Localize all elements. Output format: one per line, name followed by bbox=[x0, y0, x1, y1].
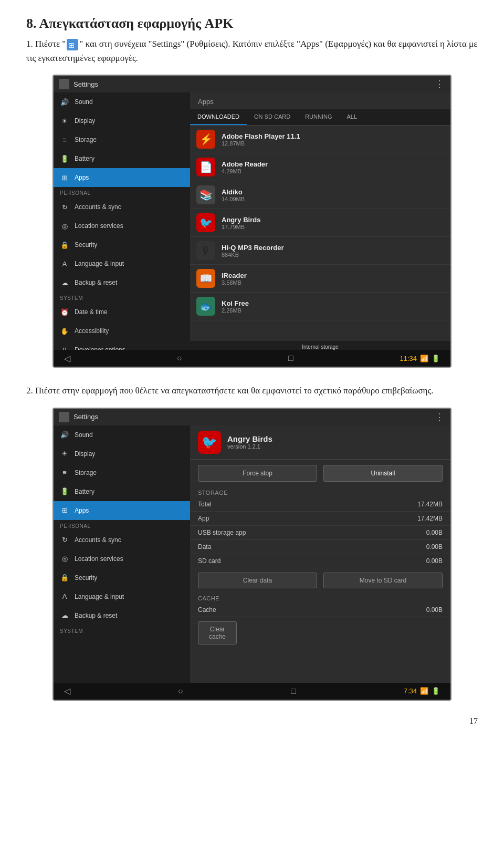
app-icon-ireader: 📖 bbox=[196, 269, 215, 288]
app-info-koi: Koi Free 2.26MB bbox=[222, 299, 444, 314]
app-list: ⚡ Adobe Flash Player 11.1 12.87MB 📄 Adob… bbox=[190, 126, 450, 341]
recent-btn1[interactable]: □ bbox=[288, 354, 293, 363]
sidebar2-accounts[interactable]: ↻ Accounts & sync bbox=[54, 531, 190, 549]
wifi-icon2: 📶 bbox=[420, 687, 428, 695]
sidebar-label-security: Security bbox=[75, 241, 97, 248]
sidebar2-display[interactable]: ☀ Display bbox=[54, 444, 190, 463]
display2-icon: ☀ bbox=[60, 449, 69, 459]
app-info-reader: Adobe Reader 4.29MB bbox=[222, 160, 444, 174]
storage-row-app: App 17.42MB bbox=[190, 512, 450, 526]
sidebar2-label-location: Location services bbox=[75, 555, 123, 563]
app-item-aldiko[interactable]: 📚 Aldiko 14.09MB bbox=[190, 181, 450, 209]
sidebar-item-display[interactable]: ☀ Display bbox=[54, 111, 190, 130]
storage-row-sdcard: SD card 0.00B bbox=[190, 554, 450, 568]
android-body1: 🔊 Sound ☀ Display ≡ Storage 🔋 Battery ⊞ … bbox=[54, 92, 450, 350]
sidebar-item-language[interactable]: A Language & input bbox=[54, 254, 190, 273]
sidebar-item-backup[interactable]: ☁ Backup & reset bbox=[54, 273, 190, 292]
settings-sidebar1: 🔊 Sound ☀ Display ≡ Storage 🔋 Battery ⊞ … bbox=[54, 92, 190, 350]
usb-label: USB storage app bbox=[198, 529, 246, 536]
back-btn1[interactable]: ◁ bbox=[64, 354, 70, 363]
cache-section-label: CACHE bbox=[190, 592, 450, 603]
content-panel1: Apps DOWNLOADED ON SD CARD RUNNING ALL ⚡… bbox=[190, 92, 450, 350]
settings-sidebar2: 🔊 Sound ☀ Display ≡ Storage 🔋 Battery ⊞ … bbox=[54, 425, 190, 683]
tabs-row1: DOWNLOADED ON SD CARD RUNNING ALL bbox=[190, 109, 450, 126]
recent-btn2[interactable]: □ bbox=[291, 687, 296, 696]
sidebar-label-storage: Storage bbox=[75, 136, 97, 143]
sidebar2-storage[interactable]: ≡ Storage bbox=[54, 463, 190, 482]
section-system1: SYSTEM bbox=[54, 292, 190, 303]
tab-all[interactable]: ALL bbox=[339, 109, 364, 125]
sidebar-item-security[interactable]: 🔒 Security bbox=[54, 235, 190, 254]
tab-running[interactable]: RUNNING bbox=[298, 109, 339, 125]
force-stop-btn[interactable]: Force stop bbox=[198, 465, 317, 482]
app-item-reader[interactable]: 📄 Adobe Reader 4.29MB bbox=[190, 153, 450, 181]
sidebar-label-battery: Battery bbox=[75, 155, 94, 162]
sidebar2-label-display: Display bbox=[75, 450, 95, 458]
app-info-angrybirds: Angry Birds 17.79MB bbox=[222, 216, 444, 230]
time1: 11:34 bbox=[400, 355, 417, 362]
home-btn1[interactable]: ○ bbox=[177, 354, 182, 363]
sidebar-item-datetime[interactable]: ⏰ Date & time bbox=[54, 303, 190, 321]
home-btn2[interactable]: ○ bbox=[178, 687, 183, 696]
clear-data-btn[interactable]: Clear data bbox=[198, 573, 317, 588]
storage-icon: ≡ bbox=[60, 135, 69, 144]
sidebar-label-developer: Developer options bbox=[75, 346, 125, 350]
storage-internal-label: Internal storage bbox=[196, 344, 444, 350]
sidebar2-label-apps: Apps bbox=[75, 507, 89, 514]
app-size-angrybirds: 17.79MB bbox=[222, 224, 444, 230]
section-personal1: PERSONAL bbox=[54, 187, 190, 197]
navbar1: ◁ ○ □ 11:34 📶 🔋 bbox=[54, 350, 450, 367]
app-name-hiq: Hi-Q MP3 Recorder bbox=[222, 244, 444, 252]
sidebar2-sound[interactable]: 🔊 Sound bbox=[54, 425, 190, 444]
location2-icon: ◎ bbox=[60, 554, 69, 564]
sidebar-item-accessibility[interactable]: ✋ Accessibility bbox=[54, 321, 190, 340]
uninstall-btn[interactable]: Uninstall bbox=[323, 465, 443, 482]
app-item-koi[interactable]: 🐟 Koi Free 2.26MB bbox=[190, 293, 450, 320]
titlebar2: Settings ⋮ bbox=[54, 409, 450, 425]
sidebar2-label-sound: Sound bbox=[75, 431, 93, 439]
sidebar2-language[interactable]: A Language & input bbox=[54, 587, 190, 606]
security-icon: 🔒 bbox=[60, 240, 69, 250]
sidebar-item-storage[interactable]: ≡ Storage bbox=[54, 130, 190, 149]
app-item-flash[interactable]: ⚡ Adobe Flash Player 11.1 12.87MB bbox=[190, 126, 450, 153]
sidebar2-security[interactable]: 🔒 Security bbox=[54, 568, 190, 587]
tab-onsdcard[interactable]: ON SD CARD bbox=[247, 109, 298, 125]
screenshot1: Settings ⋮ 🔊 Sound ☀ Display ≡ Storage 🔋… bbox=[52, 75, 452, 368]
app-value: 17.42MB bbox=[417, 515, 443, 522]
storage-row-total: Total 17.42MB bbox=[190, 497, 450, 512]
sidebar2-label-language: Language & input bbox=[75, 593, 124, 600]
app-info-aldiko: Aldiko 14.09MB bbox=[222, 188, 444, 202]
sidebar2-battery[interactable]: 🔋 Battery bbox=[54, 482, 190, 501]
sidebar-item-sound[interactable]: 🔊 Sound bbox=[54, 92, 190, 111]
section2-system: SYSTEM bbox=[54, 625, 190, 636]
language2-icon: A bbox=[60, 592, 69, 601]
battery-status2: 🔋 bbox=[432, 687, 440, 695]
sidebar-item-location[interactable]: ◎ Location services bbox=[54, 216, 190, 235]
sidebar2-location[interactable]: ◎ Location services bbox=[54, 549, 190, 568]
accounts-icon: ↻ bbox=[60, 202, 69, 212]
tab-downloaded[interactable]: DOWNLOADED bbox=[190, 109, 247, 125]
sidebar-item-battery[interactable]: 🔋 Battery bbox=[54, 149, 190, 168]
app-size-flash: 12.87MB bbox=[222, 140, 444, 147]
app-item-ireader[interactable]: 📖 iReader 3.58MB bbox=[190, 265, 450, 293]
sidebar-item-apps[interactable]: ⊞ Apps bbox=[54, 168, 190, 187]
back-btn2[interactable]: ◁ bbox=[64, 686, 70, 696]
sidebar-label-accounts: Accounts & sync bbox=[75, 203, 121, 211]
app-name-reader: Adobe Reader bbox=[222, 160, 444, 168]
storage-section-label: STORAGE bbox=[190, 487, 450, 497]
storage-bar-container1: Internal storage 159MB used 1.00GB free bbox=[190, 341, 450, 350]
sidebar-item-accounts[interactable]: ↻ Accounts & sync bbox=[54, 197, 190, 216]
cache-action-btns: Clear cache bbox=[190, 617, 450, 649]
storage2-icon: ≡ bbox=[60, 468, 69, 477]
step1-text-after: " και στη συνέχεια "Settings" (Ρυθμίσεις… bbox=[26, 39, 477, 63]
time2: 7:34 bbox=[404, 687, 417, 695]
sidebar-item-developer[interactable]: {} Developer options bbox=[54, 340, 190, 350]
clear-cache-btn[interactable]: Clear cache bbox=[198, 621, 237, 645]
move-to-sd-btn[interactable]: Move to SD card bbox=[323, 573, 443, 588]
display-icon: ☀ bbox=[60, 116, 69, 126]
app-icon-reader: 📄 bbox=[196, 158, 215, 176]
sidebar2-apps[interactable]: ⊞ Apps bbox=[54, 501, 190, 520]
sidebar2-backup[interactable]: ☁ Backup & reset bbox=[54, 606, 190, 625]
app-item-hiq[interactable]: 🎙 Hi-Q MP3 Recorder 884KB bbox=[190, 237, 450, 265]
app-item-angrybirds[interactable]: 🐦 Angry Birds 17.79MB bbox=[190, 209, 450, 237]
